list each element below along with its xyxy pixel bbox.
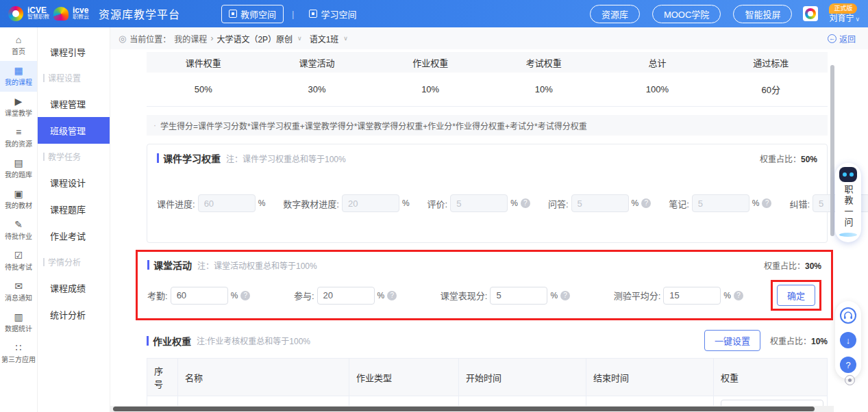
hw-col-header: 开始时间 [459,359,586,396]
chevron-down-icon[interactable]: ∨ [297,35,302,42]
mini-app-icon[interactable] [803,6,818,21]
user-menu[interactable]: 正式版 刘育宁∨ [829,3,860,24]
weight-field: 考勤: % ? [147,287,250,305]
sidebar-item-我的题库[interactable]: ▤ 我的题库 [0,153,37,184]
nav-separator: | [292,9,294,19]
submenu-item-课程成绩[interactable]: 课程成绩 [38,274,110,301]
help-icon[interactable]: ? [840,357,856,373]
breadcrumb-prefix: 当前位置： [129,33,171,44]
sidebar-item-课堂教学[interactable]: ▶ 课堂教学 [0,92,37,123]
weight-input[interactable] [490,287,547,305]
sidebar-item-我的资源[interactable]: ≡ 我的资源 [0,123,37,153]
horizontal-scrollbar-track[interactable] [110,406,834,412]
sidebar-item-首页[interactable]: ⌂ 首页 [0,30,37,61]
sidebar-item-待批作业[interactable]: ✎ 待批作业 [0,215,37,246]
breadcrumb-course[interactable]: 大学语文（2P）原创 [216,33,293,44]
classroom-teaching-icon: ▶ [15,96,23,106]
weight-input[interactable] [317,287,375,305]
summary-col-value: 100% [601,84,715,94]
submenu-section-课程设置: 课程设置 [38,65,110,90]
submenu-item-作业考试[interactable]: 作业考试 [38,222,110,249]
quick-set-button[interactable]: 一键设置 [704,330,760,351]
help-tooltip-icon[interactable]: ? [521,198,530,208]
breadcrumb-separator: › [210,34,213,43]
nav-learning-space[interactable]: 学习空间 [302,5,363,23]
chevron-down-icon[interactable]: ∨ [343,35,348,42]
icve-smart-edu-logo-text: iCVE 智慧职教 [27,7,49,21]
submenu-section-教学任务: 教学任务 [38,144,110,169]
submenu-item-课程引导[interactable]: 课程引导 [38,38,110,65]
weight-field: 评价: % ? [427,194,530,212]
weight-input[interactable] [663,287,721,305]
hw-col-header: 名称 [178,359,349,396]
header-action-2[interactable]: 智能投屏 [733,5,792,23]
location-icon: ◎ [119,34,126,44]
submenu-item-统计分析[interactable]: 统计分析 [38,301,110,328]
courseware-card-title: 课件学习权重 [157,151,221,165]
weight-field: 课件进度: % [157,194,265,212]
submenu-section-学情分析: 学情分析 [38,249,110,274]
nav-teacher-space[interactable]: 教师空间 [221,5,284,23]
help-tooltip-icon[interactable]: ? [734,291,743,300]
help-tooltip-icon[interactable]: ? [762,198,771,208]
summary-col-value: 10% [487,84,601,94]
hw-col-header: 权重 [714,359,828,396]
breadcrumb-root[interactable]: 我的课程 [174,33,207,44]
summary-col-value: 60分 [714,83,828,96]
icve-cloud-logo-text: icve 职教云 [73,7,89,21]
weight-input[interactable] [171,287,228,305]
back-button[interactable]: ← 返回 [828,33,856,44]
icve-smart-edu-logo-icon [8,6,23,21]
help-tooltip-icon[interactable]: ? [387,291,397,300]
logo1-brand: iCVE [27,7,49,14]
submenu-item-课程题库[interactable]: 课程题库 [38,196,110,222]
sidebar-item-我的教材[interactable]: ▣ 我的教材 [0,184,37,215]
weight-summary-values: 50%30%10%10%100%60分 [147,73,828,107]
weight-input[interactable] [571,194,629,212]
brand-logos: iCVE 智慧职教 icve 职教云 资源库教学平台 [8,5,180,22]
sidebar-item-数据统计[interactable]: ▥ 数据统计 [0,307,37,338]
submenu-item-课程管理[interactable]: 课程管理 [38,90,110,117]
weight-input[interactable] [198,194,256,212]
sidebar-item-我的课程[interactable]: ▦ 我的课程 [0,61,37,92]
app: iCVE 智慧职教 icve 职教云 资源库教学平台 教师空间| 学习空间 资源… [0,0,868,412]
header-right: 资源库MOOC学院智能投屏 正式版 刘育宁∨ [590,3,860,24]
sidebar-item-第三方应用[interactable]: ∷ 第三方应用 [0,338,37,369]
summary-col-header: 课件权重 [147,56,260,69]
user-name: 刘育宁 [829,14,854,23]
summary-col-header: 总计 [601,56,715,69]
weight-input[interactable] [692,194,749,212]
weight-input[interactable] [450,194,508,212]
confirm-button[interactable]: 确定 [777,285,815,306]
sidebar-item-消息通知[interactable]: ✉ 消息通知 [0,276,37,307]
vertical-scrollbar-thumb[interactable] [830,65,834,236]
help-tooltip-icon[interactable]: ? [240,291,250,300]
help-tooltip-icon[interactable]: ? [560,291,570,300]
ai-assistant-widget[interactable]: 职教一问 [835,163,861,242]
horizontal-scrollbar-thumb[interactable] [113,407,815,411]
header-action-1[interactable]: MOOC学院 [652,5,721,23]
submenu-item-班级管理[interactable]: 班级管理 [38,117,110,144]
collapse-dot-icon[interactable] [845,375,855,385]
icve-cloud-logo-icon [53,7,69,21]
logo1-sub: 智慧职教 [27,14,49,21]
customer-service-icon[interactable] [840,307,856,324]
content-column: ◎ 当前位置： 我的课程 › 大学语文（2P）原创 ∨ 语文1班 ∨ ← 返回 … [110,27,868,412]
weight-input[interactable] [342,194,399,212]
breadcrumb-class[interactable]: 语文1班 [310,33,339,44]
classroom-card-title: 课堂活动 [147,258,192,272]
percent-suffix: % [510,198,518,208]
settings-panel: 课件权重课堂活动作业权重考试权重总计通过标准 50%30%10%10%100%6… [110,49,868,412]
submenu-item-课程设计[interactable]: 课程设计 [38,169,110,196]
sidebar-item-待批考试[interactable]: ☑ 待批考试 [0,246,37,276]
classroom-highlight-box: 课堂活动 注：课堂活动权重总和等于100% 权重占比：30% 考勤: % ? 参… [136,250,833,320]
header-action-0[interactable]: 资源库 [590,5,640,23]
breadcrumb: ◎ 当前位置： 我的课程 › 大学语文（2P）原创 ∨ 语文1班 ∨ ← 返回 [110,27,868,49]
classroom-fields: 考勤: % ? 参与: % ? 课堂表现分: % ? 测验平均分: % ? [147,287,743,305]
download-icon[interactable]: ↓ [840,332,856,348]
help-tooltip-icon[interactable]: ? [641,198,651,208]
summary-col-header: 考试权重 [487,56,601,69]
weight-summary-header: 课件权重课堂活动作业权重考试权重总计通过标准 [147,52,828,73]
weight-field: 数字教材进度: % [283,194,409,212]
percent-suffix: % [550,291,558,300]
